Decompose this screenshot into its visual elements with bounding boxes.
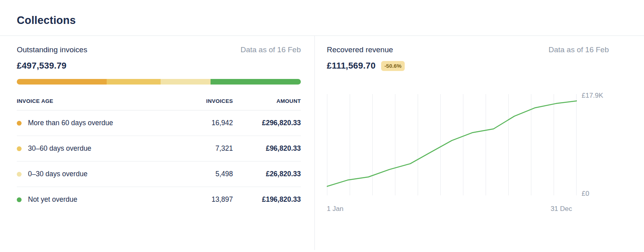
age-dot [17,121,22,126]
outstanding-panel-header: Outstanding invoices Data as of 16 Feb [17,45,301,54]
row-invoices: 7,321 [173,144,233,153]
recovered-title: Recovered revenue [327,45,393,54]
page-title: Collections [0,0,644,35]
invoice-age-table: INVOICE AGE INVOICES AMOUNT More than 60… [17,98,301,212]
table-row: Not yet overdue 13,897 £196,820.33 [17,187,301,212]
age-dot [17,146,22,151]
outstanding-invoices-panel: Outstanding invoices Data as of 16 Feb £… [0,36,314,250]
panels-container: Outstanding invoices Data as of 16 Feb £… [0,36,644,250]
outstanding-total-row: £497,539.79 [17,61,301,71]
y-axis-min-label: £0 [582,190,609,198]
row-amount: £296,820.33 [233,119,301,127]
header-invoice-age: INVOICE AGE [17,98,173,104]
row-label: More than 60 days overdue [28,119,113,127]
age-dot [17,172,22,177]
row-label: 0–30 days overdue [28,170,87,178]
x-axis-start-label: 1 Jan [327,205,344,213]
invoice-age-bar [17,79,301,85]
revenue-line-chart [327,91,577,199]
row-label: Not yet overdue [28,195,78,204]
bar-segment-30-60-days [107,79,161,85]
outstanding-title: Outstanding invoices [17,45,87,54]
row-invoices: 5,498 [173,170,233,178]
y-axis-max-label: £17.9K [582,92,609,100]
bar-segment-not-yet-overdue [211,79,301,85]
recovered-total: £111,569.70 [327,61,376,71]
recovered-total-row: £111,569.70 -50.6% [327,61,609,71]
row-invoices: 16,942 [173,119,233,127]
x-axis-end-label: 31 Dec [551,205,572,213]
header-amount: AMOUNT [233,98,301,104]
bar-segment-0-30-days [161,79,210,85]
bar-segment-more-than-60-days [17,79,107,85]
row-invoices: 13,897 [173,195,233,204]
row-label: 30–60 days overdue [28,144,91,153]
table-header-row: INVOICE AGE INVOICES AMOUNT [17,98,301,110]
row-amount: £96,820.33 [233,144,301,153]
outstanding-data-as-of: Data as of 16 Feb [241,45,301,54]
chart-x-axis: 1 Jan 31 Dec [327,205,609,213]
row-amount: £196,820.33 [233,195,301,204]
delta-badge: -50.6% [381,61,405,71]
chart-y-axis: £17.9K £0 [577,91,609,199]
revenue-chart-wrap: £17.9K £0 [327,91,609,199]
header-invoices: INVOICES [173,98,233,104]
recovered-revenue-panel: Recovered revenue Data as of 16 Feb £111… [314,36,644,250]
recovered-panel-header: Recovered revenue Data as of 16 Feb [327,45,609,54]
outstanding-total: £497,539.79 [17,61,67,71]
age-dot [17,197,22,202]
table-row: More than 60 days overdue 16,942 £296,82… [17,110,301,136]
collections-page: Collections Outstanding invoices Data as… [0,0,644,252]
table-row: 30–60 days overdue 7,321 £96,820.33 [17,136,301,161]
row-amount: £26,820.33 [233,170,301,178]
table-row: 0–30 days overdue 5,498 £26,820.33 [17,161,301,187]
recovered-data-as-of: Data as of 16 Feb [549,45,609,54]
